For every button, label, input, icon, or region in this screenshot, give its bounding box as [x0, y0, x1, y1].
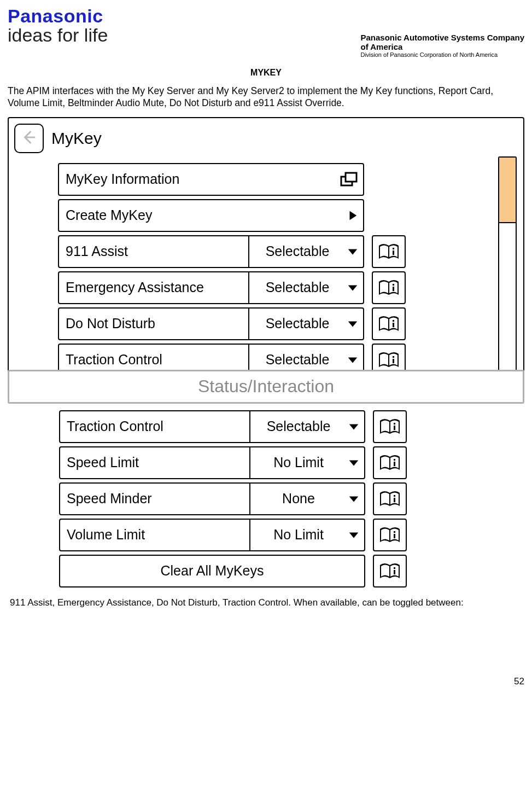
company-block: Panasonic Automotive Systems Company of … — [360, 33, 524, 58]
chevron-down-icon — [348, 457, 360, 469]
chevron-down-icon — [347, 246, 359, 258]
svg-rect-11 — [393, 323, 394, 327]
svg-marker-24 — [349, 532, 359, 538]
speed-minder-setting: Speed Minder None — [59, 482, 365, 515]
911-assist-dropdown[interactable]: Selectable — [248, 236, 363, 267]
info-button[interactable] — [373, 410, 407, 443]
volume-limit-setting: Volume Limit No Limit — [59, 519, 365, 551]
chevron-down-icon — [347, 354, 359, 366]
info-button[interactable] — [372, 307, 406, 340]
company-line1: Panasonic Automotive Systems Company — [360, 33, 524, 42]
dropdown-value: No Limit — [255, 455, 342, 470]
row-label: MyKey Information — [59, 171, 337, 187]
page-number: 52 — [514, 676, 524, 687]
row-label: Traction Control — [59, 352, 248, 368]
create-mykey-button[interactable]: Create MyKey — [58, 199, 364, 232]
book-info-icon — [377, 242, 400, 261]
do-not-disturb-setting: Do Not Disturb Selectable — [58, 307, 364, 340]
row-label: Emergency Assistance — [59, 280, 248, 295]
chevron-down-icon — [348, 529, 360, 541]
do-not-disturb-dropdown[interactable]: Selectable — [248, 309, 363, 339]
info-button[interactable] — [372, 235, 406, 268]
arrow-right-icon — [347, 210, 359, 222]
settings-list-top: MyKey Information Create MyKey — [14, 163, 518, 376]
status-bar-label: Status/Interaction — [198, 376, 334, 397]
emergency-assistance-setting: Emergency Assistance Selectable — [58, 271, 364, 304]
info-button[interactable] — [372, 271, 406, 304]
svg-marker-12 — [348, 357, 358, 363]
company-line2: of America — [360, 42, 524, 51]
svg-marker-9 — [348, 321, 358, 327]
intro-paragraph: The APIM interfaces with the My Key Serv… — [8, 85, 524, 109]
chevron-down-icon — [348, 421, 360, 433]
speed-limit-dropdown[interactable]: No Limit — [249, 447, 364, 478]
svg-rect-4 — [393, 248, 394, 249]
book-info-icon — [378, 562, 401, 580]
chevron-down-icon — [347, 282, 359, 294]
traction-control-setting: Traction Control Selectable — [59, 410, 365, 443]
svg-rect-5 — [393, 251, 394, 255]
svg-rect-28 — [394, 570, 395, 574]
row-speed-limit: Speed Limit No Limit — [59, 446, 513, 479]
clear-all-mykeys-button[interactable]: Clear All MyKeys — [59, 555, 365, 587]
dropdown-value: Selectable — [254, 316, 341, 331]
svg-rect-20 — [394, 462, 395, 466]
dropdown-value: None — [255, 491, 342, 507]
book-info-icon — [378, 417, 401, 436]
chevron-down-icon — [347, 318, 359, 330]
svg-marker-2 — [350, 211, 357, 220]
footer-paragraph: 911 Assist, Emergency Assistance, Do Not… — [10, 597, 522, 608]
info-button[interactable] — [373, 446, 407, 479]
row-speed-minder: Speed Minder None — [59, 482, 513, 515]
svg-rect-7 — [393, 284, 394, 286]
row-label: Speed Minder — [60, 491, 249, 507]
row-clear-all-mykeys: Clear All MyKeys — [59, 555, 513, 587]
book-info-icon — [378, 453, 401, 472]
mykey-information-button[interactable]: MyKey Information — [58, 163, 364, 196]
popup-icon — [340, 172, 359, 187]
row-do-not-disturb: Do Not Disturb Selectable — [58, 307, 512, 340]
svg-rect-26 — [394, 534, 395, 538]
row-label: Do Not Disturb — [59, 316, 248, 331]
brand-name: Panasonic — [8, 7, 108, 25]
settings-list-bottom: Traction Control Selectable — [8, 410, 524, 587]
row-create-mykey: Create MyKey — [58, 199, 512, 232]
svg-rect-27 — [394, 567, 395, 569]
dropdown-value: Selectable — [254, 280, 341, 295]
row-traction-control: Traction Control Selectable — [59, 410, 513, 443]
dropdown-value: No Limit — [255, 527, 342, 543]
svg-rect-16 — [394, 423, 395, 424]
screen-title: MyKey — [51, 129, 102, 148]
emergency-assistance-dropdown[interactable]: Selectable — [248, 272, 363, 303]
svg-rect-17 — [394, 426, 395, 430]
traction-control-dropdown[interactable]: Selectable — [249, 411, 364, 442]
back-button[interactable] — [14, 124, 44, 153]
dropdown-value: Selectable — [255, 418, 342, 434]
book-info-icon — [377, 351, 400, 369]
svg-rect-1 — [346, 173, 356, 182]
document-header: Panasonic ideas for life Panasonic Autom… — [8, 7, 524, 58]
info-button[interactable] — [373, 482, 407, 515]
svg-marker-21 — [349, 496, 359, 502]
row-mykey-information: MyKey Information — [58, 163, 512, 196]
arrow-left-icon — [21, 129, 37, 148]
volume-limit-dropdown[interactable]: No Limit — [249, 520, 364, 550]
svg-marker-6 — [348, 285, 358, 290]
info-button[interactable] — [373, 555, 407, 587]
svg-rect-19 — [394, 459, 395, 461]
row-emergency-assistance: Emergency Assistance Selectable — [58, 271, 512, 304]
svg-rect-25 — [394, 531, 395, 533]
row-911-assist: 911 Assist Selectable — [58, 235, 512, 268]
dropdown-value: Selectable — [254, 243, 341, 259]
row-label: Clear All MyKeys — [60, 563, 364, 579]
info-button[interactable] — [373, 519, 407, 551]
row-label: Speed Limit — [60, 455, 249, 470]
book-info-icon — [377, 315, 400, 333]
svg-rect-23 — [394, 498, 395, 502]
speed-limit-setting: Speed Limit No Limit — [59, 446, 365, 479]
svg-rect-22 — [394, 495, 395, 497]
brand-tagline: ideas for life — [8, 25, 108, 45]
svg-marker-15 — [349, 424, 359, 429]
mykey-screen: MyKey MyKey Information — [8, 117, 524, 391]
speed-minder-dropdown[interactable]: None — [249, 484, 364, 514]
